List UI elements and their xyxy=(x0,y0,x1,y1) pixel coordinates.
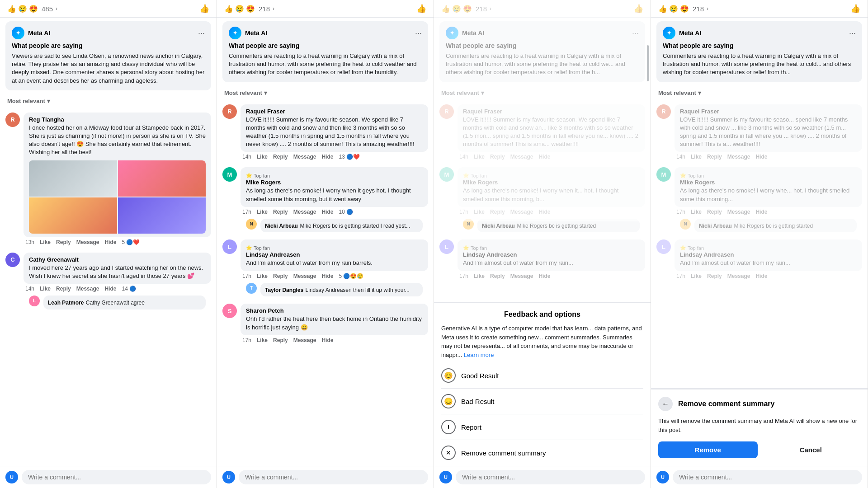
like-btn-sharon[interactable]: Like xyxy=(257,337,268,343)
thumbs-up-icon-4[interactable]: 👍 xyxy=(850,4,860,14)
message-btn-raquel[interactable]: Message xyxy=(293,154,316,160)
message-lindsay4[interactable]: Message xyxy=(727,273,750,279)
like-mike4[interactable]: Like xyxy=(691,209,702,215)
comment-text-raquel3: LOVE it!!!!! Summer is my favourite seas… xyxy=(463,116,640,149)
hide-btn-sharon[interactable]: Hide xyxy=(321,337,333,343)
hide-btn-lindsay[interactable]: Hide xyxy=(321,273,333,279)
more-options-4[interactable]: ··· xyxy=(849,28,856,38)
reply-mike4[interactable]: Reply xyxy=(707,209,722,215)
like-btn-lindsay[interactable]: Like xyxy=(257,273,268,279)
reply-raquel4[interactable]: Reply xyxy=(707,154,722,160)
like-btn-reg[interactable]: Like xyxy=(40,239,51,245)
hide-lindsay4[interactable]: Hide xyxy=(755,273,767,279)
like-raquel4[interactable]: Like xyxy=(691,154,702,160)
most-relevant-4[interactable]: Most relevant ▾ xyxy=(651,86,868,100)
hide-btn-reg[interactable]: Hide xyxy=(104,239,116,245)
feedback-option-bad[interactable]: 😞 Bad Result xyxy=(441,389,643,414)
like-mike3[interactable]: Like xyxy=(474,209,485,215)
reactions-icons-2[interactable]: 👍 😢 😍 218 › xyxy=(224,5,274,13)
message-btn-sharon[interactable]: Message xyxy=(293,337,316,343)
thumbs-up-icon-2[interactable]: 👍 xyxy=(416,4,426,14)
most-relevant-2[interactable]: Most relevant ▾ xyxy=(217,86,434,100)
chevron-icon-3[interactable]: › xyxy=(490,5,491,12)
like-raquel3[interactable]: Like xyxy=(474,154,485,160)
comment-input-2[interactable] xyxy=(239,470,428,484)
cancel-button[interactable]: Cancel xyxy=(761,441,861,458)
remove-confirm-button[interactable]: Remove xyxy=(658,441,758,458)
comment-input-4[interactable] xyxy=(673,470,862,484)
thumbs-up-icon-3[interactable]: 👍 xyxy=(633,4,643,14)
reaction-emoji-8: 😢 xyxy=(452,5,461,13)
reply-btn-mike[interactable]: Reply xyxy=(273,209,288,215)
reply-btn-cathy[interactable]: Reply xyxy=(56,286,71,292)
more-options-3[interactable]: ··· xyxy=(632,28,639,38)
hide-btn-cathy[interactable]: Hide xyxy=(104,286,116,292)
message-lindsay3[interactable]: Message xyxy=(510,273,533,279)
hide-raquel4[interactable]: Hide xyxy=(755,154,767,160)
reactions-bar-2: 👍 😢 😍 218 › 👍 xyxy=(217,0,434,18)
reactions-icons-1[interactable]: 👍 😢 😍 485 › xyxy=(7,5,57,13)
message-mike4[interactable]: Message xyxy=(727,209,750,215)
reply-lindsay3[interactable]: Reply xyxy=(490,273,505,279)
message-raquel3[interactable]: Message xyxy=(510,154,533,160)
reply-raquel3[interactable]: Reply xyxy=(490,154,505,160)
more-options-2[interactable]: ··· xyxy=(415,28,422,38)
thumbs-up-icon-1[interactable]: 👍 xyxy=(199,4,209,14)
hide-btn-raquel[interactable]: Hide xyxy=(321,154,333,160)
most-relevant-1[interactable]: Most relevant ▾ xyxy=(0,94,217,108)
message-btn-lindsay[interactable]: Message xyxy=(293,273,316,279)
reply-btn-sharon[interactable]: Reply xyxy=(273,337,288,343)
reply-author-nicki2: Nicki Arbeau xyxy=(265,223,298,229)
comment-section-2: R Raquel Fraser LOVE it!!!!! Summer is m… xyxy=(217,100,434,466)
chevron-icon-4[interactable]: › xyxy=(707,5,708,12)
meta-ai-name-3: Meta AI xyxy=(462,29,484,37)
message-mike3[interactable]: Message xyxy=(510,209,533,215)
reply-mike3[interactable]: Reply xyxy=(490,209,505,215)
back-button[interactable]: ← xyxy=(658,397,673,411)
reaction-badge-lindsay: 5 🔵😍😢 xyxy=(339,273,363,279)
like-btn-mike[interactable]: Like xyxy=(257,209,268,215)
chevron-icon-1[interactable]: › xyxy=(56,5,57,12)
meta-ai-text-3: Commenters are reacting to a heat warnin… xyxy=(446,52,639,77)
like-btn-cathy[interactable]: Like xyxy=(40,286,51,292)
message-btn-cathy[interactable]: Message xyxy=(76,286,99,292)
feedback-option-good[interactable]: 😊 Good Result xyxy=(441,363,643,389)
comment-input-3[interactable] xyxy=(456,470,645,484)
most-relevant-label-3: Most relevant xyxy=(441,89,479,96)
hide-btn-mike[interactable]: Hide xyxy=(321,209,333,215)
reply-lindsay4[interactable]: Reply xyxy=(707,273,722,279)
meta-ai-left-3: ✦ Meta AI xyxy=(446,27,484,39)
hide-raquel3[interactable]: Hide xyxy=(538,154,550,160)
reaction-emoji-10: 👍 xyxy=(658,5,667,13)
reply-btn-raquel[interactable]: Reply xyxy=(273,154,288,160)
comment-time-sharon: 17h xyxy=(242,337,251,343)
reply-item-nicki2: N Nicki Arbeau Mike Rogers bc is getting… xyxy=(222,217,428,235)
like-lindsay4[interactable]: Like xyxy=(691,273,702,279)
comment-actions-reg: 13h Like Reply Message Hide 5 🔵❤️ xyxy=(5,237,211,247)
reply-btn-lindsay[interactable]: Reply xyxy=(273,273,288,279)
learn-more-link[interactable]: Learn more xyxy=(464,352,494,358)
feedback-option-report[interactable]: ! Report xyxy=(441,414,643,440)
feedback-option-remove[interactable]: ✕ Remove comment summary xyxy=(441,440,643,465)
chevron-icon-2[interactable]: › xyxy=(273,5,274,12)
reactions-icons-4[interactable]: 👍 😢 😍 218 › xyxy=(658,5,708,13)
hide-mike3[interactable]: Hide xyxy=(538,209,550,215)
remove-title: Remove comment summary xyxy=(678,400,774,408)
hide-mike4[interactable]: Hide xyxy=(755,209,767,215)
hide-lindsay3[interactable]: Hide xyxy=(538,273,550,279)
message-raquel4[interactable]: Message xyxy=(727,154,750,160)
comment-input-1[interactable] xyxy=(22,470,211,484)
reply-btn-reg[interactable]: Reply xyxy=(56,239,71,245)
user-avatar-4: U xyxy=(656,471,669,483)
like-btn-raquel[interactable]: Like xyxy=(257,154,268,160)
meta-ai-icon-4: ✦ xyxy=(663,27,675,39)
more-options-1[interactable]: ··· xyxy=(198,28,205,38)
reactions-icons-3[interactable]: 👍 😢 😍 218 › xyxy=(441,5,491,13)
comment-bubble-reg: Reg Tiangha I once hosted her on a Midwa… xyxy=(24,113,211,237)
like-lindsay3[interactable]: Like xyxy=(474,273,485,279)
meta-ai-title-2: What people are saying xyxy=(229,42,422,49)
message-btn-reg[interactable]: Message xyxy=(76,239,99,245)
comment-item-raquel4: R Raquel Fraser LOVE it!!!!! Summer is m… xyxy=(651,102,868,165)
most-relevant-3[interactable]: Most relevant ▾ xyxy=(434,86,651,100)
message-btn-mike[interactable]: Message xyxy=(293,209,316,215)
